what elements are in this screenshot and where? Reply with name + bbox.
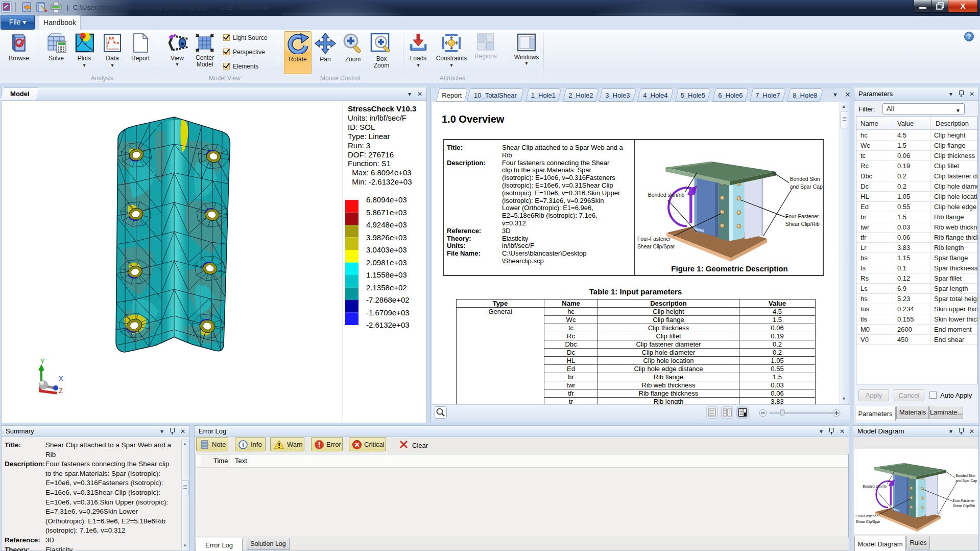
svg-text:Z: Z xyxy=(59,387,63,395)
svg-text:Y: Y xyxy=(40,357,45,365)
svg-text:X: X xyxy=(59,375,63,382)
